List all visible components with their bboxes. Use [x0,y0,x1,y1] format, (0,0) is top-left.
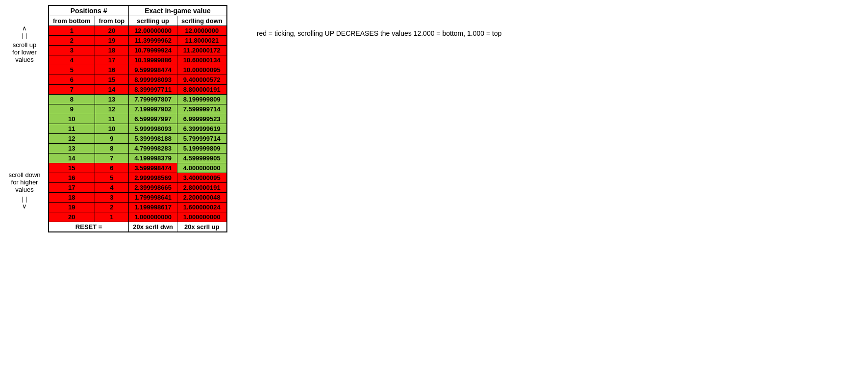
scroll-up-cell: 11.39999962 [129,36,177,46]
from-top-cell: 10 [95,124,129,134]
table-row: 16 5 2.999998569 3.400000095 [49,173,227,183]
scroll-down-cell: 3.400000095 [177,173,226,183]
positions-table: Positions # Exact in-game value from bot… [48,5,227,232]
table-row: 19 2 1.199998617 1.600000024 [49,203,227,212]
table-row: 10 11 6.599997997 6.999999523 [49,114,227,124]
table-row: 20 1 1.000000000 1.000000000 [49,212,227,222]
scroll-down-cell: 4.599999905 [177,154,226,163]
from-top-cell: 15 [95,75,129,85]
scroll-up-cell: 1.799998641 [129,193,177,203]
table-row: 9 12 7.199997902 7.599999714 [49,104,227,114]
from-bottom-cell: 15 [49,163,95,173]
from-top-cell: 14 [95,85,129,95]
table-row: 18 3 1.799998641 2.200000048 [49,193,227,203]
from-top-header: from top [95,16,129,26]
from-top-cell: 20 [95,26,129,36]
scroll-up-cell: 3.599998474 [129,163,177,173]
from-bottom-cell: 17 [49,183,95,193]
table-row: 15 6 3.599998474 4.000000000 [49,163,227,173]
table-row: 3 18 10.79999924 11.20000172 [49,46,227,55]
scroll-down-cell: 11.8000021 [177,36,226,46]
from-bottom-cell: 7 [49,85,95,95]
table-row: 17 4 2.399998665 2.800000191 [49,183,227,193]
scroll-down-cell: 8.199999809 [177,95,226,104]
from-bottom-cell: 8 [49,95,95,104]
positions-header: Positions # [49,5,129,16]
from-top-cell: 19 [95,36,129,46]
exact-header: Exact in-game value [129,5,227,16]
scroll-down-cell: 6.399999619 [177,124,226,134]
scroll-down-cell: 6.999999523 [177,114,226,124]
info-text: red = ticking, scrolling UP DECREASES th… [257,5,502,232]
scroll-up-cell: 6.599997997 [129,114,177,124]
table-row: 4 17 10.19999886 10.60000134 [49,55,227,65]
left-label: ∧ | | scroll up for lower values scroll … [5,5,44,232]
reset-label: RESET = [49,222,129,232]
from-bottom-cell: 14 [49,154,95,163]
from-top-cell: 5 [95,173,129,183]
reset-scroll-up: 20x scrll dwn [129,222,177,232]
from-top-cell: 9 [95,134,129,144]
table-body: 1 20 12.00000000 12.0000000 2 19 11.3999… [49,26,227,222]
from-bottom-cell: 11 [49,124,95,134]
table-row: 13 8 4.799998283 5.199999809 [49,144,227,154]
from-bottom-cell: 16 [49,173,95,183]
scroll-up-cell: 2.399998665 [129,183,177,193]
scroll-down-cell: 10.60000134 [177,55,226,65]
from-bottom-cell: 6 [49,75,95,85]
from-top-cell: 8 [95,144,129,154]
table-row: 5 16 9.599998474 10.00000095 [49,65,227,75]
from-bottom-cell: 20 [49,212,95,222]
scroll-up-cell: 7.199997902 [129,104,177,114]
scrolling-down-header: scrIling down [177,16,226,26]
from-bottom-cell: 18 [49,193,95,203]
up-arrow: ∧ [22,25,27,32]
from-top-cell: 3 [95,193,129,203]
from-bottom-cell: 2 [49,36,95,46]
from-bottom-cell: 12 [49,134,95,144]
footer-row: RESET = 20x scrll dwn 20x scrll up [49,222,227,232]
scroll-down-cell: 4.000000000 [177,163,226,173]
down-pipes: | | [22,195,27,203]
table-row: 6 15 8.999998093 9.400000572 [49,75,227,85]
from-top-cell: 4 [95,183,129,193]
from-top-cell: 6 [95,163,129,173]
scroll-down-cell: 1.600000024 [177,203,226,212]
scroll-down-cell: 1.000000000 [177,212,226,222]
from-top-cell: 16 [95,65,129,75]
from-top-cell: 7 [95,154,129,163]
scroll-up-cell: 8.399997711 [129,85,177,95]
scroll-down-cell: 11.20000172 [177,46,226,55]
scroll-up-cell: 4.799998283 [129,144,177,154]
from-bottom-header: from bottom [49,16,95,26]
scroll-up-cell: 2.999998569 [129,173,177,183]
scroll-down-cell: 5.199999809 [177,144,226,154]
scroll-up-cell: 7.799997807 [129,95,177,104]
scroll-up-cell: 5.999998093 [129,124,177,134]
down-arrow: ∨ [22,203,27,210]
from-bottom-cell: 9 [49,104,95,114]
from-top-cell: 11 [95,114,129,124]
table-header-row2: from bottom from top scrIling up scrIlin… [49,16,227,26]
scroll-down-cell: 9.400000572 [177,75,226,85]
table-row: 14 7 4.199998379 4.599999905 [49,154,227,163]
from-top-cell: 1 [95,212,129,222]
from-bottom-cell: 10 [49,114,95,124]
table-row: 2 19 11.39999962 11.8000021 [49,36,227,46]
from-bottom-cell: 3 [49,46,95,55]
scroll-down-cell: 5.799999714 [177,134,226,144]
from-top-cell: 2 [95,203,129,212]
scroll-up-cell: 8.999998093 [129,75,177,85]
table-row: 12 9 5.399998188 5.799999714 [49,134,227,144]
scrolling-up-header: scrIling up [129,16,177,26]
scroll-up-cell: 10.79999924 [129,46,177,55]
table-row: 11 10 5.999998093 6.399999619 [49,124,227,134]
table-row: 1 20 12.00000000 12.0000000 [49,26,227,36]
from-top-cell: 17 [95,55,129,65]
table-row: 7 14 8.399997711 8.800000191 [49,85,227,95]
table-row: 8 13 7.799997807 8.199999809 [49,95,227,104]
scroll-up-cell: 12.00000000 [129,26,177,36]
scroll-down-cell: 12.0000000 [177,26,226,36]
from-bottom-cell: 19 [49,203,95,212]
scroll-up-cell: 5.399998188 [129,134,177,144]
